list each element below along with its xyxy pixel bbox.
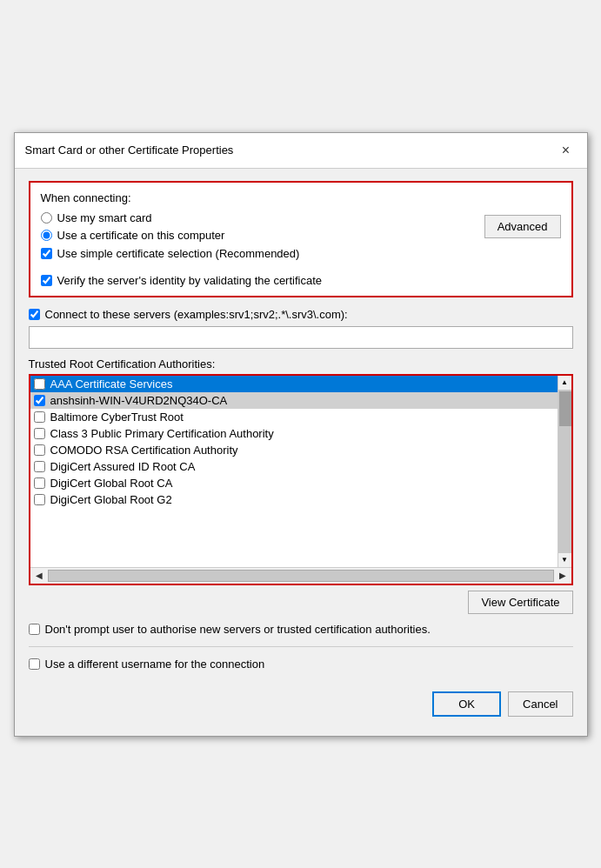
ok-button[interactable]: OK — [432, 691, 501, 717]
cert-checkbox[interactable] — [34, 395, 45, 406]
cert-checkbox[interactable] — [34, 494, 45, 505]
button-row: OK Cancel — [29, 684, 573, 724]
title-bar: Smart Card or other Certificate Properti… — [15, 133, 587, 169]
connect-servers-checkbox[interactable] — [29, 309, 40, 320]
dialog-title: Smart Card or other Certificate Properti… — [25, 144, 234, 157]
cert-item[interactable]: AAA Certificate Services — [30, 376, 558, 392]
scroll-down-button[interactable]: ▼ — [558, 553, 571, 567]
cert-computer-radio[interactable] — [41, 230, 52, 241]
scroll-track — [558, 390, 571, 553]
close-button[interactable]: × — [556, 140, 577, 161]
horiz-scroll-track — [48, 570, 554, 582]
when-connecting-label: When connecting: — [41, 191, 561, 204]
verify-server-checkbox[interactable] — [41, 275, 52, 286]
cert-checkbox[interactable] — [34, 378, 45, 390]
simple-selection-checkbox[interactable] — [41, 248, 52, 259]
cert-name: COMODO RSA Certification Authority — [50, 444, 238, 457]
connect-servers-label: Connect to these servers (examples:srv1;… — [45, 308, 348, 321]
dont-prompt-option[interactable]: Don't prompt user to authorise new serve… — [29, 623, 573, 636]
cert-item[interactable]: COMODO RSA Certification Authority — [30, 442, 558, 458]
scroll-up-button[interactable]: ▲ — [558, 376, 571, 390]
cert-computer-option[interactable]: Use a certificate on this computer — [41, 229, 484, 242]
scroll-right-button[interactable]: ▶ — [558, 571, 568, 580]
connect-servers-section: Connect to these servers (examples:srv1;… — [29, 308, 573, 349]
radio-group: Use my smart card Use a certificate on t… — [41, 211, 484, 242]
cert-list-container: AAA Certificate Services anshsinh-WIN-V4… — [29, 374, 573, 585]
cert-checkbox[interactable] — [34, 411, 45, 423]
cert-checkbox[interactable] — [34, 461, 45, 472]
scroll-thumb[interactable] — [559, 391, 571, 426]
simple-selection-option[interactable]: Use simple certificate selection (Recomm… — [41, 247, 561, 260]
scroll-left-button[interactable]: ◀ — [34, 571, 44, 580]
view-certificate-button[interactable]: View Certificate — [468, 591, 572, 614]
different-username-checkbox[interactable] — [29, 658, 40, 670]
dont-prompt-checkbox[interactable] — [29, 624, 40, 635]
cert-name: DigiCert Global Root G2 — [50, 493, 172, 506]
cert-name: Baltimore CyberTrust Root — [50, 411, 184, 424]
vertical-scrollbar[interactable]: ▲ ▼ — [558, 376, 571, 567]
trusted-root-label: Trusted Root Certification Authorities: — [29, 357, 573, 371]
cert-item[interactable]: anshsinh-WIN-V4URD2NQ34O-CA — [30, 392, 558, 409]
when-connecting-section: When connecting: Use my smart card Use a… — [29, 181, 573, 297]
smart-card-label: Use my smart card — [57, 211, 152, 224]
trusted-root-section: Trusted Root Certification Authorities: … — [29, 357, 573, 614]
different-username-label: Use a different username for the connect… — [45, 658, 265, 671]
dialog-content: When connecting: Use my smart card Use a… — [15, 169, 587, 736]
radio-and-advanced-row: Use my smart card Use a certificate on t… — [41, 211, 561, 242]
cert-computer-label: Use a certificate on this computer — [57, 229, 225, 242]
verify-server-option[interactable]: Verify the server's identity by validati… — [41, 274, 561, 287]
horizontal-scrollbar[interactable]: ◀ ▶ — [30, 567, 571, 584]
cert-item[interactable]: DigiCert Global Root CA — [30, 475, 558, 491]
different-username-option[interactable]: Use a different username for the connect… — [29, 658, 573, 671]
dont-prompt-label: Don't prompt user to authorise new serve… — [45, 623, 431, 636]
verify-server-label: Verify the server's identity by validati… — [57, 274, 323, 287]
dialog: Smart Card or other Certificate Properti… — [14, 132, 588, 737]
simple-selection-label: Use simple certificate selection (Recomm… — [57, 247, 300, 260]
connect-servers-label-row[interactable]: Connect to these servers (examples:srv1;… — [29, 308, 573, 321]
smart-card-option[interactable]: Use my smart card — [41, 211, 484, 224]
cert-item[interactable]: DigiCert Assured ID Root CA — [30, 458, 558, 475]
cert-name: DigiCert Global Root CA — [50, 477, 173, 490]
different-username-section: Use a different username for the connect… — [29, 658, 573, 671]
cert-checkbox[interactable] — [34, 428, 45, 439]
cert-item[interactable]: Class 3 Public Primary Certification Aut… — [30, 425, 558, 442]
cert-checkbox[interactable] — [34, 444, 45, 456]
cert-name: AAA Certificate Services — [50, 377, 173, 391]
cert-item[interactable]: DigiCert Global Root G2 — [30, 491, 558, 508]
cert-name: Class 3 Public Primary Certification Aut… — [50, 427, 274, 440]
cert-name: anshsinh-WIN-V4URD2NQ34O-CA — [50, 394, 228, 407]
view-cert-row: View Certificate — [29, 585, 573, 614]
cancel-button[interactable]: Cancel — [508, 691, 572, 717]
cert-list[interactable]: AAA Certificate Services anshsinh-WIN-V4… — [30, 376, 558, 567]
smart-card-radio[interactable] — [41, 212, 52, 224]
cert-item[interactable]: Baltimore CyberTrust Root — [30, 409, 558, 425]
server-input[interactable] — [29, 326, 573, 349]
dont-prompt-section: Don't prompt user to authorise new serve… — [29, 623, 573, 636]
advanced-button[interactable]: Advanced — [484, 215, 561, 238]
cert-checkbox[interactable] — [34, 477, 45, 489]
cert-name: DigiCert Assured ID Root CA — [50, 460, 196, 473]
separator — [29, 646, 573, 647]
